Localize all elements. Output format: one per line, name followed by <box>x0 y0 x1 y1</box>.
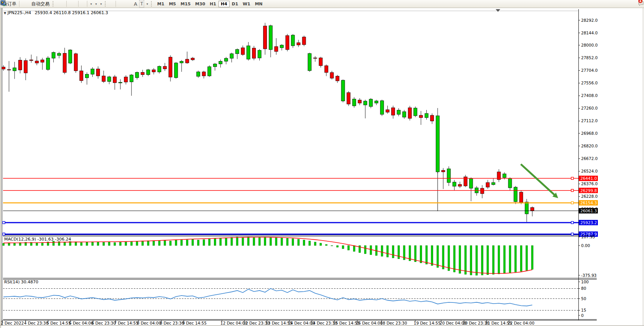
svg-text:25923.2: 25923.2 <box>580 220 597 225</box>
main-toolbar: 新订单 自动交易 <box>0 0 644 8</box>
candle <box>436 116 439 172</box>
tile-windows-button[interactable] <box>74 0 77 7</box>
svg-text:26376.0: 26376.0 <box>581 181 597 186</box>
crosshair-tool-button[interactable] <box>112 0 114 7</box>
zoom-out-button[interactable] <box>71 0 74 7</box>
candle <box>91 69 94 74</box>
timeframe-m5[interactable]: M5 <box>167 1 178 7</box>
text-label-tool-label: T <box>140 1 143 6</box>
one-click-trading-triangle-icon[interactable]: ▼ <box>4 11 6 15</box>
candle <box>442 170 445 172</box>
rsi-indicator-label: RSI(14) 30.4870 <box>4 280 38 284</box>
dropdown-caret-icon[interactable]: ▾ <box>90 2 92 6</box>
timeframe-w1[interactable]: W1 <box>241 1 253 7</box>
candle <box>102 76 105 82</box>
line-chart-button[interactable] <box>63 0 65 7</box>
timeframe-m30[interactable]: M30 <box>193 1 207 7</box>
candle <box>375 101 378 103</box>
candle <box>80 71 83 81</box>
dropdown-caret-icon[interactable]: ▾ <box>146 2 148 6</box>
dropdown-caret-icon[interactable]: ▾ <box>100 2 102 6</box>
fibonacci-tool-button[interactable]: F <box>130 0 132 7</box>
candle <box>225 58 228 61</box>
notifications-button[interactable]: 1 <box>638 0 640 7</box>
horizontal-line-tool-button[interactable] <box>120 0 123 7</box>
svg-text:26228.0: 26228.0 <box>581 194 597 199</box>
candle <box>7 69 11 70</box>
timeframe-d1[interactable]: D1 <box>230 1 241 7</box>
text-label-tool-button[interactable]: T <box>139 0 144 8</box>
styler-button[interactable] <box>21 0 23 7</box>
arrange-charts-button[interactable] <box>80 0 82 7</box>
arrows-tool-button[interactable]: ▾ <box>145 0 149 7</box>
svg-text:28000.0: 28000.0 <box>581 43 597 47</box>
dropdown-caret-icon[interactable]: ▾ <box>95 2 97 6</box>
bar-chart-button[interactable] <box>56 0 59 7</box>
timeframe-mn[interactable]: MN <box>252 1 265 7</box>
svg-text:107.95: 107.95 <box>581 234 595 239</box>
svg-text:27260.0: 27260.0 <box>581 106 597 110</box>
candle <box>486 183 490 187</box>
candle <box>269 26 272 50</box>
chart-canvas[interactable]: 28292.028144.028000.027852.027704.027556… <box>0 0 644 328</box>
signals-button[interactable] <box>27 0 29 7</box>
svg-text:28144.0: 28144.0 <box>581 31 597 35</box>
candle <box>508 179 512 188</box>
candle <box>74 54 77 71</box>
candle <box>369 99 373 107</box>
trendline-tool-button[interactable] <box>124 0 126 7</box>
svg-text:26299.8: 26299.8 <box>580 188 597 193</box>
text-tool-button[interactable]: A <box>133 0 138 7</box>
chart-window: 28292.028144.028000.027852.027704.027556… <box>0 0 644 328</box>
svg-text:16 Dec 04:00: 16 Dec 04:00 <box>356 321 383 325</box>
svg-text:-375.93: -375.93 <box>581 273 597 278</box>
templates-button[interactable]: ▾ <box>99 0 103 7</box>
vertical-line-tool-button[interactable] <box>117 0 120 7</box>
svg-text:80: 80 <box>581 286 586 291</box>
timeframe-m15[interactable]: M15 <box>178 1 193 7</box>
text-tool-label: A <box>134 1 137 7</box>
candle <box>458 184 462 186</box>
svg-text:27112.0: 27112.0 <box>581 118 597 123</box>
candle <box>324 66 328 73</box>
timeframe-h1[interactable]: H1 <box>207 1 218 7</box>
candle <box>408 108 411 118</box>
search-button[interactable] <box>633 0 636 7</box>
candle <box>152 70 156 72</box>
candle <box>247 46 250 59</box>
equidistant-channel-tool-button[interactable]: E <box>127 0 129 7</box>
candle <box>330 73 334 78</box>
candle <box>180 61 183 63</box>
toolbar-grip[interactable] <box>105 1 107 6</box>
svg-text:22 Dec 04:00: 22 Dec 04:00 <box>507 321 535 325</box>
cascade-charts-button[interactable] <box>83 0 85 7</box>
candle <box>447 169 451 183</box>
svg-text:0: 0 <box>581 313 584 318</box>
separator <box>87 1 87 7</box>
svg-text:27408.0: 27408.0 <box>581 93 597 98</box>
candle <box>124 77 128 82</box>
timeframe-h4[interactable]: H4 <box>218 1 230 7</box>
auto-trading-button[interactable]: 自动交易 <box>30 0 51 7</box>
new-chart-button[interactable]: ▾ <box>89 0 93 7</box>
svg-text:18 Dec 23:30: 18 Dec 23:30 <box>380 321 407 325</box>
periods-button[interactable]: ▾ <box>94 0 98 7</box>
publisher-button[interactable] <box>24 0 26 7</box>
candle <box>157 66 161 72</box>
toolbar-grip[interactable] <box>151 1 153 6</box>
candle <box>297 43 300 45</box>
candle <box>503 174 506 178</box>
toolbar-grip[interactable] <box>53 1 55 6</box>
svg-text:26968.0: 26968.0 <box>581 131 597 136</box>
candle <box>275 47 278 52</box>
time-axis[interactable]: 2 Dec 20224 Dec 23:305 Dec 14:556 Dec 04… <box>1 320 535 325</box>
cursor-tool-button[interactable] <box>109 0 111 7</box>
timeframe-m1[interactable]: M1 <box>155 1 167 7</box>
candlestick-chart-button[interactable] <box>59 0 62 7</box>
candle <box>531 207 534 211</box>
candle <box>252 48 256 58</box>
candle <box>230 54 233 58</box>
zoom-in-button[interactable] <box>68 0 71 7</box>
search-icon <box>0 0 6 6</box>
candle <box>302 37 306 45</box>
